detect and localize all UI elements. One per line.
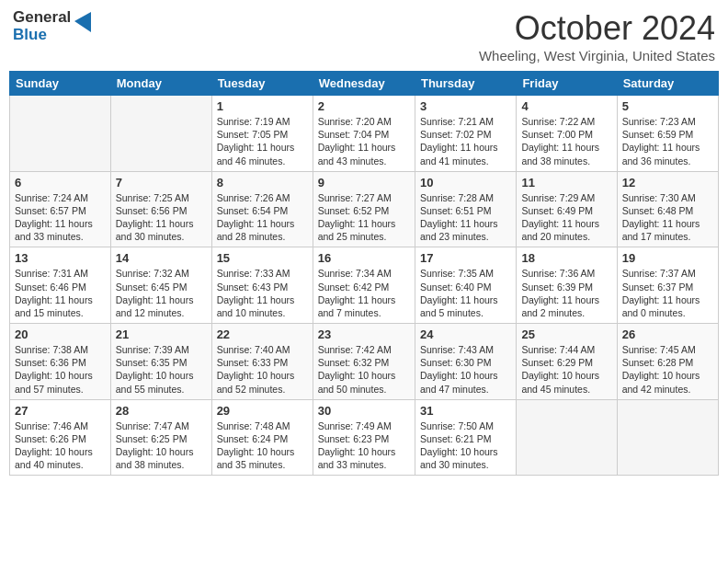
calendar-cell: 27Sunrise: 7:46 AM Sunset: 6:26 PM Dayli… xyxy=(10,399,111,476)
calendar-cell: 24Sunrise: 7:43 AM Sunset: 6:30 PM Dayli… xyxy=(415,324,516,400)
day-number: 21 xyxy=(116,327,207,341)
cell-content: Sunrise: 7:21 AM Sunset: 7:02 PM Dayligh… xyxy=(420,115,511,167)
day-number: 29 xyxy=(217,404,308,418)
day-number: 31 xyxy=(420,404,511,418)
calendar-week-row: 1Sunrise: 7:19 AM Sunset: 7:05 PM Daylig… xyxy=(10,96,719,172)
cell-content: Sunrise: 7:30 AM Sunset: 6:48 PM Dayligh… xyxy=(622,191,713,244)
day-number: 10 xyxy=(420,176,511,190)
day-number: 7 xyxy=(116,176,207,190)
logo-icon xyxy=(74,12,91,32)
cell-content: Sunrise: 7:44 AM Sunset: 6:29 PM Dayligh… xyxy=(521,343,611,396)
cell-content: Sunrise: 7:38 AM Sunset: 6:36 PM Dayligh… xyxy=(15,343,106,396)
day-number: 27 xyxy=(15,404,106,418)
calendar-week-row: 6Sunrise: 7:24 AM Sunset: 6:57 PM Daylig… xyxy=(10,171,719,247)
cell-content: Sunrise: 7:31 AM Sunset: 6:46 PM Dayligh… xyxy=(15,267,106,319)
cell-content: Sunrise: 7:43 AM Sunset: 6:30 PM Dayligh… xyxy=(420,343,511,396)
calendar-cell: 30Sunrise: 7:49 AM Sunset: 6:23 PM Dayli… xyxy=(313,399,415,476)
cell-content: Sunrise: 7:34 AM Sunset: 6:42 PM Dayligh… xyxy=(318,267,410,319)
title-block: October 2024 Wheeling, West Virginia, Un… xyxy=(479,9,715,63)
calendar-header-sunday: Sunday xyxy=(10,72,111,96)
day-number: 22 xyxy=(217,327,308,341)
day-number: 12 xyxy=(622,176,713,190)
calendar-cell: 12Sunrise: 7:30 AM Sunset: 6:48 PM Dayli… xyxy=(617,171,718,247)
cell-content: Sunrise: 7:48 AM Sunset: 6:24 PM Dayligh… xyxy=(217,419,308,472)
month-title: October 2024 xyxy=(479,9,715,48)
day-number: 18 xyxy=(521,251,611,265)
logo-blue-text: Blue xyxy=(13,27,71,44)
page-header: General Blue October 2024 Wheeling, West… xyxy=(9,9,719,63)
calendar-cell: 13Sunrise: 7:31 AM Sunset: 6:46 PM Dayli… xyxy=(10,247,111,324)
day-number: 8 xyxy=(217,176,308,190)
day-number: 13 xyxy=(15,251,106,265)
calendar-cell: 21Sunrise: 7:39 AM Sunset: 6:35 PM Dayli… xyxy=(110,324,211,400)
calendar-cell: 18Sunrise: 7:36 AM Sunset: 6:39 PM Dayli… xyxy=(517,247,617,324)
calendar-header-row: SundayMondayTuesdayWednesdayThursdayFrid… xyxy=(10,72,719,96)
cell-content: Sunrise: 7:36 AM Sunset: 6:39 PM Dayligh… xyxy=(521,267,611,319)
cell-content: Sunrise: 7:27 AM Sunset: 6:52 PM Dayligh… xyxy=(318,191,410,244)
cell-content: Sunrise: 7:50 AM Sunset: 6:21 PM Dayligh… xyxy=(420,419,511,472)
cell-content: Sunrise: 7:22 AM Sunset: 7:00 PM Dayligh… xyxy=(521,115,611,167)
day-number: 15 xyxy=(217,251,308,265)
cell-content: Sunrise: 7:19 AM Sunset: 7:05 PM Dayligh… xyxy=(217,115,308,167)
day-number: 3 xyxy=(420,99,511,113)
cell-content: Sunrise: 7:47 AM Sunset: 6:25 PM Dayligh… xyxy=(116,419,207,472)
cell-content: Sunrise: 7:23 AM Sunset: 6:59 PM Dayligh… xyxy=(622,115,713,167)
calendar-cell xyxy=(110,96,211,172)
calendar-header-thursday: Thursday xyxy=(415,72,516,96)
day-number: 2 xyxy=(318,99,410,113)
calendar-header-monday: Monday xyxy=(110,72,211,96)
location: Wheeling, West Virginia, United States xyxy=(479,48,715,63)
calendar-week-row: 13Sunrise: 7:31 AM Sunset: 6:46 PM Dayli… xyxy=(10,247,719,324)
cell-content: Sunrise: 7:26 AM Sunset: 6:54 PM Dayligh… xyxy=(217,191,308,244)
calendar-header-tuesday: Tuesday xyxy=(211,72,313,96)
svg-marker-0 xyxy=(74,12,91,32)
calendar-cell: 15Sunrise: 7:33 AM Sunset: 6:43 PM Dayli… xyxy=(211,247,313,324)
calendar-header-saturday: Saturday xyxy=(617,72,718,96)
cell-content: Sunrise: 7:37 AM Sunset: 6:37 PM Dayligh… xyxy=(622,267,713,319)
day-number: 14 xyxy=(116,251,207,265)
calendar-cell xyxy=(617,399,718,476)
day-number: 20 xyxy=(15,327,106,341)
calendar-cell: 17Sunrise: 7:35 AM Sunset: 6:40 PM Dayli… xyxy=(415,247,516,324)
calendar-cell: 10Sunrise: 7:28 AM Sunset: 6:51 PM Dayli… xyxy=(415,171,516,247)
calendar-cell: 19Sunrise: 7:37 AM Sunset: 6:37 PM Dayli… xyxy=(617,247,718,324)
day-number: 19 xyxy=(622,251,713,265)
calendar-cell: 25Sunrise: 7:44 AM Sunset: 6:29 PM Dayli… xyxy=(517,324,617,400)
cell-content: Sunrise: 7:39 AM Sunset: 6:35 PM Dayligh… xyxy=(116,343,207,396)
day-number: 9 xyxy=(318,176,410,190)
calendar-cell: 16Sunrise: 7:34 AM Sunset: 6:42 PM Dayli… xyxy=(313,247,415,324)
calendar-cell: 23Sunrise: 7:42 AM Sunset: 6:32 PM Dayli… xyxy=(313,324,415,400)
calendar-header-friday: Friday xyxy=(517,72,617,96)
cell-content: Sunrise: 7:24 AM Sunset: 6:57 PM Dayligh… xyxy=(15,191,106,244)
day-number: 5 xyxy=(622,99,713,113)
calendar-cell: 11Sunrise: 7:29 AM Sunset: 6:49 PM Dayli… xyxy=(517,171,617,247)
day-number: 1 xyxy=(217,99,308,113)
calendar-cell: 31Sunrise: 7:50 AM Sunset: 6:21 PM Dayli… xyxy=(415,399,516,476)
calendar-cell: 8Sunrise: 7:26 AM Sunset: 6:54 PM Daylig… xyxy=(211,171,313,247)
calendar-cell: 22Sunrise: 7:40 AM Sunset: 6:33 PM Dayli… xyxy=(211,324,313,400)
day-number: 6 xyxy=(15,176,106,190)
calendar-cell: 4Sunrise: 7:22 AM Sunset: 7:00 PM Daylig… xyxy=(517,96,617,172)
day-number: 25 xyxy=(521,327,611,341)
cell-content: Sunrise: 7:29 AM Sunset: 6:49 PM Dayligh… xyxy=(521,191,611,244)
calendar-cell: 20Sunrise: 7:38 AM Sunset: 6:36 PM Dayli… xyxy=(10,324,111,400)
calendar-cell: 5Sunrise: 7:23 AM Sunset: 6:59 PM Daylig… xyxy=(617,96,718,172)
day-number: 11 xyxy=(521,176,611,190)
calendar-cell: 3Sunrise: 7:21 AM Sunset: 7:02 PM Daylig… xyxy=(415,96,516,172)
calendar-header-wednesday: Wednesday xyxy=(313,72,415,96)
calendar-cell: 14Sunrise: 7:32 AM Sunset: 6:45 PM Dayli… xyxy=(110,247,211,324)
calendar-cell: 9Sunrise: 7:27 AM Sunset: 6:52 PM Daylig… xyxy=(313,171,415,247)
calendar-cell: 7Sunrise: 7:25 AM Sunset: 6:56 PM Daylig… xyxy=(110,171,211,247)
calendar-cell xyxy=(517,399,617,476)
calendar-cell: 1Sunrise: 7:19 AM Sunset: 7:05 PM Daylig… xyxy=(211,96,313,172)
cell-content: Sunrise: 7:35 AM Sunset: 6:40 PM Dayligh… xyxy=(420,267,511,319)
calendar-cell: 6Sunrise: 7:24 AM Sunset: 6:57 PM Daylig… xyxy=(10,171,111,247)
logo-general-text: General xyxy=(13,9,71,27)
calendar-cell: 26Sunrise: 7:45 AM Sunset: 6:28 PM Dayli… xyxy=(617,324,718,400)
day-number: 17 xyxy=(420,251,511,265)
cell-content: Sunrise: 7:32 AM Sunset: 6:45 PM Dayligh… xyxy=(116,267,207,319)
calendar-cell: 28Sunrise: 7:47 AM Sunset: 6:25 PM Dayli… xyxy=(110,399,211,476)
cell-content: Sunrise: 7:33 AM Sunset: 6:43 PM Dayligh… xyxy=(217,267,308,319)
cell-content: Sunrise: 7:46 AM Sunset: 6:26 PM Dayligh… xyxy=(15,419,106,472)
cell-content: Sunrise: 7:49 AM Sunset: 6:23 PM Dayligh… xyxy=(318,419,410,472)
